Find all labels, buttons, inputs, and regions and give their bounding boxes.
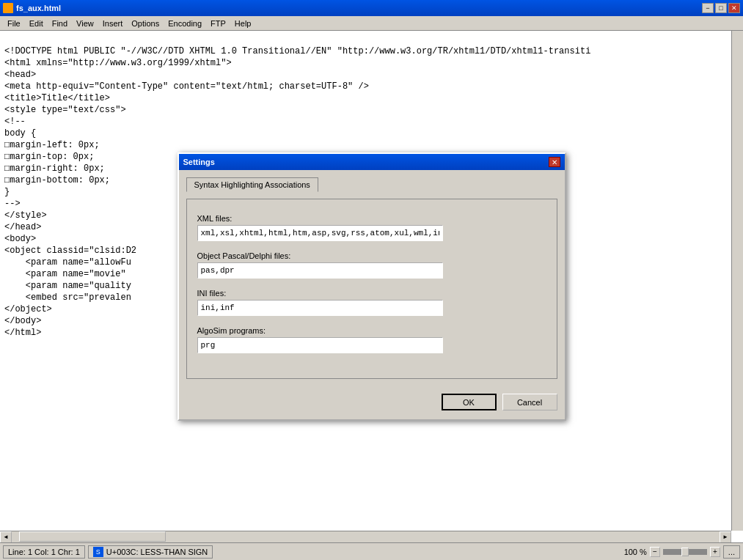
dialog-footer: OK Cancel bbox=[179, 386, 565, 419]
title-bar-left: fs_aux.html bbox=[3, 3, 61, 13]
menu-file[interactable]: File bbox=[3, 18, 25, 29]
tab-content: XML files: Object Pascal/Delphi files: I… bbox=[186, 199, 557, 379]
dialog-close-button[interactable]: ✕ bbox=[549, 157, 560, 167]
menu-view[interactable]: View bbox=[72, 18, 98, 29]
title-bar-buttons: − □ ✕ bbox=[702, 3, 740, 13]
algosim-files-group: AlgoSim programs: bbox=[197, 326, 546, 353]
minimize-button[interactable]: − bbox=[702, 3, 714, 13]
zoom-increase-button[interactable]: + bbox=[710, 547, 720, 557]
menu-help[interactable]: Help bbox=[230, 18, 256, 29]
extra-status-text: ... bbox=[728, 548, 735, 556]
algosim-files-input[interactable] bbox=[197, 337, 443, 353]
menu-insert[interactable]: Insert bbox=[98, 18, 128, 29]
ini-files-input[interactable] bbox=[197, 300, 443, 316]
encoding-section: S U+003C: LESS-THAN SIGN bbox=[88, 545, 213, 559]
algosim-files-label: AlgoSim programs: bbox=[197, 326, 546, 335]
xml-files-label: XML files: bbox=[197, 214, 546, 223]
xml-files-input[interactable] bbox=[197, 225, 443, 241]
window-title: fs_aux.html bbox=[16, 4, 61, 12]
ini-files-group: INI files: bbox=[197, 289, 546, 316]
menu-encoding[interactable]: Encoding bbox=[164, 18, 206, 29]
menu-options[interactable]: Options bbox=[127, 18, 164, 29]
zoom-slider[interactable] bbox=[663, 549, 707, 555]
settings-dialog: Settings ✕ Syntax Highlighting Associati… bbox=[177, 152, 566, 421]
cursor-position: Line: 1 Col: 1 Chr: 1 bbox=[8, 548, 80, 556]
encoding-text: U+003C: LESS-THAN SIGN bbox=[106, 548, 208, 556]
extra-status: ... bbox=[723, 545, 740, 559]
app-icon bbox=[3, 3, 13, 13]
position-section: Line: 1 Col: 1 Chr: 1 bbox=[3, 545, 85, 559]
modal-overlay: Settings ✕ Syntax Highlighting Associati… bbox=[0, 31, 743, 542]
xml-files-group: XML files: bbox=[197, 214, 546, 241]
encoding-icon: S bbox=[93, 547, 103, 557]
menu-find[interactable]: Find bbox=[48, 18, 72, 29]
cancel-button[interactable]: Cancel bbox=[502, 394, 557, 410]
dialog-title-bar: Settings ✕ bbox=[179, 154, 565, 170]
editor-area[interactable]: <!DOCTYPE html PUBLIC "-//W3C//DTD XHTML… bbox=[0, 31, 743, 542]
pascal-files-label: Object Pascal/Delphi files: bbox=[197, 251, 546, 260]
zoom-level: 100 % bbox=[624, 548, 647, 556]
maximize-button[interactable]: □ bbox=[715, 3, 727, 13]
pascal-files-input[interactable] bbox=[197, 262, 443, 279]
title-bar: fs_aux.html − □ ✕ bbox=[0, 0, 743, 16]
zoom-section: 100 % − + bbox=[624, 547, 720, 557]
menu-bar: File Edit Find View Insert Options Encod… bbox=[0, 16, 743, 31]
dialog-body: Syntax Highlighting Associations XML fil… bbox=[179, 170, 565, 386]
zoom-slider-thumb[interactable] bbox=[681, 548, 689, 556]
tab-syntax-highlighting[interactable]: Syntax Highlighting Associations bbox=[186, 177, 318, 192]
close-button[interactable]: ✕ bbox=[728, 3, 740, 13]
zoom-decrease-button[interactable]: − bbox=[650, 547, 660, 557]
ok-button[interactable]: OK bbox=[442, 394, 497, 410]
tab-bar: Syntax Highlighting Associations bbox=[186, 177, 557, 191]
status-bar: Line: 1 Col: 1 Chr: 1 S U+003C: LESS-THA… bbox=[0, 542, 743, 560]
menu-ftp[interactable]: FTP bbox=[206, 18, 230, 29]
dialog-title: Settings bbox=[183, 158, 215, 166]
pascal-files-group: Object Pascal/Delphi files: bbox=[197, 251, 546, 279]
menu-edit[interactable]: Edit bbox=[25, 18, 48, 29]
ini-files-label: INI files: bbox=[197, 289, 546, 298]
